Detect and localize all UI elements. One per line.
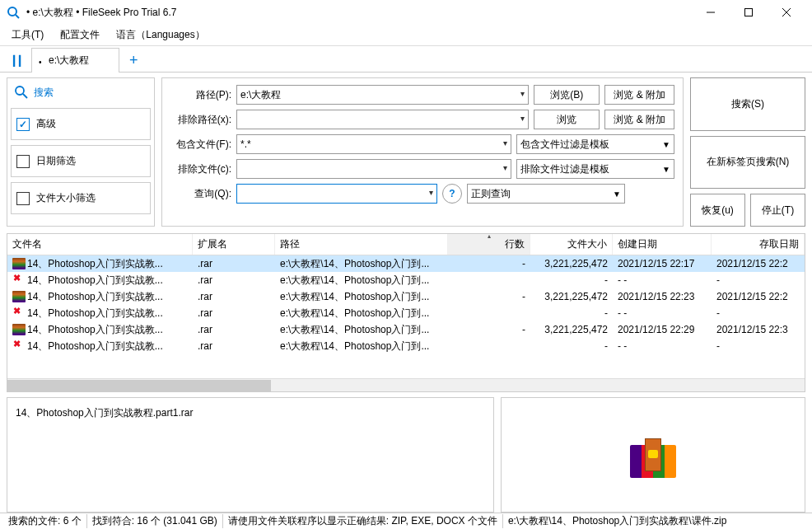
rar-icon [12, 324, 26, 335]
search-form: 路径(P): e:\大教程▾ 浏览(B) 浏览 & 附加 排除路径(x): ▾ … [161, 77, 684, 227]
checkbox-size-filter[interactable]: 文件大小筛选 [11, 182, 151, 214]
tab-add-button[interactable]: + [119, 49, 147, 72]
status-hint: 请使用文件关联程序以显示正确结果: ZIP, EXE, DOCX 个文件 [223, 514, 503, 528]
checkbox-icon [16, 118, 30, 131]
preview-icon-pane [501, 397, 805, 513]
include-template-select[interactable]: 包含文件过滤是模板▼ [516, 134, 674, 154]
window-title: • e:\大教程 • FileSeek Pro Trial 6.7 [26, 6, 692, 20]
checkbox-advanced[interactable]: 高级 [11, 108, 151, 140]
status-found: 找到符合: 16 个 (31.041 GB) [87, 514, 223, 528]
search-new-tab-button[interactable]: 在新标签页搜索(N) [690, 136, 805, 190]
maximize-button[interactable] [730, 0, 768, 25]
checkbox-label: 高级 [36, 117, 56, 131]
menu-profiles[interactable]: 配置文件 [52, 25, 108, 45]
checkbox-date-filter[interactable]: 日期筛选 [11, 145, 151, 177]
query-type-select[interactable]: 正则查询▼ [467, 184, 625, 204]
tab-bar: ▎▎ • e:\大教程 + [0, 46, 812, 73]
query-input[interactable]: ▾ [236, 184, 437, 204]
action-panel: 搜索(S) 在新标签页搜索(N) 恢复(u) 停止(T) [690, 77, 805, 227]
path-label: 路径(P): [170, 88, 231, 102]
status-bar: 搜索的文件: 6 个 找到符合: 16 个 (31.041 GB) 请使用文件关… [0, 513, 812, 529]
chevron-down-icon: ▾ [503, 138, 507, 147]
menu-tools[interactable]: 工具(T) [3, 25, 52, 45]
include-files-label: 包含文件(F): [170, 138, 231, 152]
preview-filename: 14、Photoshop入门到实战教程.part1.rar [16, 407, 193, 419]
query-label: 查询(Q): [170, 187, 231, 201]
app-icon [7, 6, 20, 19]
rar-archive-icon [630, 432, 676, 478]
results-body: 14、Photoshop入门到实战教....rare:\大教程\14、Photo… [7, 255, 805, 378]
tab-label: e:\大教程 [49, 54, 89, 66]
rar-icon [12, 258, 26, 269]
results-header: 文件名 扩展名 路径 行数 文件大小 创建日期 存取日期 [7, 234, 805, 255]
col-name[interactable]: 文件名 [7, 234, 193, 255]
search-button[interactable]: 搜索(S) [690, 77, 805, 131]
help-button[interactable]: ? [442, 184, 462, 204]
chevron-down-icon: ▾ [520, 89, 525, 98]
minimize-button[interactable] [692, 0, 730, 25]
chevron-down-icon: ▼ [662, 165, 670, 174]
menu-language[interactable]: 语言（Languages） [108, 25, 212, 45]
tab-active[interactable]: • e:\大教程 [31, 48, 119, 73]
col-accessed[interactable]: 存取日期 [712, 234, 805, 255]
col-size[interactable]: 文件大小 [530, 234, 613, 255]
chevron-down-icon: ▾ [503, 163, 507, 172]
table-row[interactable]: 14、Photoshop入门到实战教....rare:\大教程\14、Photo… [7, 255, 805, 272]
checkbox-label: 日期筛选 [36, 154, 76, 168]
stop-button[interactable]: 停止(T) [750, 194, 805, 227]
chevron-down-icon: ▾ [520, 114, 525, 123]
menu-bar: 工具(T) 配置文件 语言（Languages） [0, 25, 812, 46]
error-icon [12, 274, 26, 286]
checkbox-label: 文件大小筛选 [36, 191, 96, 205]
checkbox-icon [16, 155, 30, 168]
search-header-label: 搜索 [34, 86, 54, 100]
browse-button-2[interactable]: 浏览 [534, 110, 600, 129]
title-bar: • e:\大教程 • FileSeek Pro Trial 6.7 [0, 0, 812, 25]
browse-attach-button[interactable]: 浏览 & 附加 [604, 85, 674, 105]
svg-point-0 [8, 7, 16, 16]
browse-button[interactable]: 浏览(B) [534, 85, 600, 105]
tab-dirty-dot: • [39, 58, 42, 67]
exclude-path-label: 排除路径(x): [170, 113, 231, 127]
svg-point-6 [16, 87, 24, 95]
preview-text-pane: 14、Photoshop入门到实战教程.part1.rar [7, 397, 494, 513]
restore-button[interactable]: 恢复(u) [690, 194, 745, 227]
exclude-files-input[interactable]: ▾ [236, 159, 511, 179]
include-files-input[interactable]: *.*▾ [236, 134, 511, 154]
table-row[interactable]: 14、Photoshop入门到实战教....rare:\大教程\14、Photo… [7, 272, 805, 288]
table-row[interactable]: 14、Photoshop入门到实战教....rare:\大教程\14、Photo… [7, 338, 805, 354]
col-lines[interactable]: 行数 [448, 234, 530, 255]
error-icon [12, 307, 26, 319]
exclude-files-label: 排除文件(c): [170, 162, 231, 176]
scrollbar-horizontal[interactable] [7, 378, 805, 391]
status-searched: 搜索的文件: 6 个 [3, 514, 87, 528]
close-button[interactable] [768, 0, 805, 25]
path-input[interactable]: e:\大教程▾ [236, 85, 529, 105]
table-row[interactable]: 14、Photoshop入门到实战教....rare:\大教程\14、Photo… [7, 288, 805, 305]
exclude-template-select[interactable]: 排除文件过滤是模板▼ [516, 159, 674, 179]
chevron-down-icon: ▾ [429, 188, 433, 197]
checkbox-icon [16, 192, 30, 205]
col-ext[interactable]: 扩展名 [193, 234, 275, 255]
table-row[interactable]: 14、Photoshop入门到实战教....rare:\大教程\14、Photo… [7, 305, 805, 321]
results-table: 文件名 扩展名 路径 行数 文件大小 创建日期 存取日期 14、Photosho… [7, 233, 805, 392]
rar-icon [12, 291, 26, 302]
chevron-down-icon: ▼ [613, 190, 621, 199]
exclude-path-input[interactable]: ▾ [236, 110, 529, 129]
pause-icon[interactable]: ▎▎ [13, 55, 25, 67]
svg-line-7 [23, 94, 27, 98]
status-path: e:\大教程\14、Photoshop入门到实战教程\课件.zip [503, 514, 809, 528]
svg-line-1 [16, 15, 19, 18]
search-header: 搜索 [11, 85, 151, 100]
svg-rect-3 [745, 9, 753, 16]
error-icon [12, 340, 26, 352]
col-path[interactable]: 路径 [275, 234, 448, 255]
search-sidebar: 搜索 高级 日期筛选 文件大小筛选 [7, 77, 155, 227]
chevron-down-icon: ▼ [662, 140, 670, 149]
browse-attach-button-2[interactable]: 浏览 & 附加 [604, 110, 674, 129]
table-row[interactable]: 14、Photoshop入门到实战教....rare:\大教程\14、Photo… [7, 321, 805, 338]
col-created[interactable]: 创建日期 [613, 234, 712, 255]
search-icon [14, 85, 29, 100]
